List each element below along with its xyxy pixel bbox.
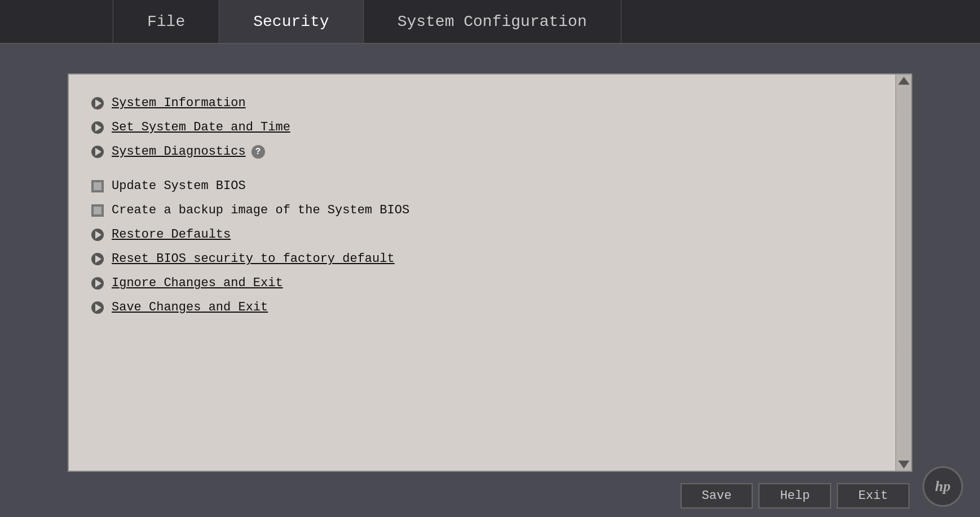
menu-item-set-system-date-time[interactable]: Set System Date and Time [86, 116, 894, 139]
menu-item-system-information[interactable]: System Information [86, 91, 894, 115]
top-navigation-bar: File Security System Configuration [0, 0, 980, 44]
square-icon-inner-2 [94, 207, 101, 214]
circle-icon-set-system-date-time [91, 121, 104, 134]
nav-item-security[interactable]: Security [219, 0, 363, 43]
menu-item-system-diagnostics[interactable]: System Diagnostics ? [86, 140, 894, 163]
menu-label-create-backup-image: Create a backup image of the System BIOS [112, 203, 409, 217]
circle-icon-save-changes [91, 301, 104, 314]
menu-label-ignore-changes-exit: Ignore Changes and Exit [112, 276, 283, 290]
circle-icon-system-information [91, 97, 104, 109]
help-icon-system-diagnostics[interactable]: ? [251, 145, 265, 159]
scrollbar-arrow-up[interactable] [898, 77, 910, 85]
nav-label-security: Security [253, 13, 329, 30]
nav-label-system-configuration: System Configuration [398, 13, 587, 30]
menu-label-system-information: System Information [112, 96, 246, 110]
hp-logo-circle: hp [922, 466, 963, 507]
bottom-button-bar: Save Help Exit [0, 475, 980, 517]
menu-label-set-system-date-time: Set System Date and Time [112, 120, 290, 134]
main-panel: System Information Set System Date and T… [68, 73, 912, 472]
menu-item-ignore-changes-exit[interactable]: Ignore Changes and Exit [86, 271, 894, 295]
scrollbar-dots [896, 85, 911, 471]
menu-item-restore-defaults[interactable]: Restore Defaults [86, 223, 894, 246]
nav-item-file[interactable]: File [113, 0, 219, 43]
help-button[interactable]: Help [758, 483, 831, 509]
circle-icon-reset-bios-security [91, 253, 104, 265]
menu-item-update-system-bios[interactable]: Update System BIOS [86, 174, 894, 198]
menu-spacer-1 [86, 164, 894, 174]
menu-item-create-backup-image[interactable]: Create a backup image of the System BIOS [86, 199, 894, 222]
circle-icon-system-diagnostics [91, 146, 104, 158]
square-icon-create-backup [91, 204, 104, 217]
menu-list: System Information Set System Date and T… [86, 86, 894, 326]
scrollbar-track [895, 75, 911, 471]
menu-label-save-changes-exit: Save Changes and Exit [112, 300, 268, 314]
square-icon-inner [94, 182, 101, 190]
menu-label-update-system-bios: Update System BIOS [112, 179, 246, 193]
circle-icon-ignore-changes [91, 277, 104, 290]
menu-item-reset-bios-security[interactable]: Reset BIOS security to factory default [86, 247, 894, 270]
menu-item-save-changes-exit[interactable]: Save Changes and Exit [86, 296, 894, 319]
menu-label-restore-defaults: Restore Defaults [112, 227, 231, 242]
exit-button[interactable]: Exit [837, 483, 910, 509]
save-button[interactable]: Save [681, 483, 753, 509]
nav-label-file: File [147, 13, 185, 30]
menu-label-system-diagnostics: System Diagnostics [112, 144, 246, 159]
circle-icon-restore-defaults [91, 229, 104, 241]
scroll-area: System Information Set System Date and T… [69, 75, 911, 471]
square-icon-update-bios [91, 180, 104, 192]
scrollbar-arrow-down[interactable] [898, 461, 910, 468]
hp-logo: hp [922, 466, 963, 507]
hp-logo-text: hp [935, 478, 950, 495]
menu-label-reset-bios-security: Reset BIOS security to factory default [112, 252, 395, 266]
scrollbar-inner [896, 85, 911, 471]
nav-item-system-configuration[interactable]: System Configuration [364, 0, 621, 43]
main-nav: File Security System Configuration [113, 0, 621, 43]
